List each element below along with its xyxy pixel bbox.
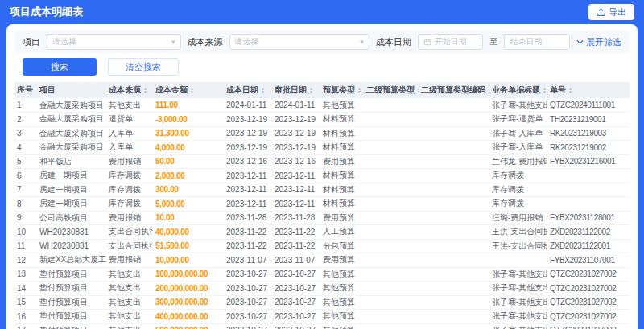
table-row[interactable]: 11WH20230831支出合同执行51,500.002023-11-22202… (14, 239, 630, 253)
sort-icon[interactable]: ▲▼ (309, 87, 313, 93)
table-row[interactable]: 17垫付预算项目其他支出500,000,000.002023-10-272023… (14, 323, 630, 329)
table-row[interactable]: 6房建一期项目库存调拨2,000.002023-12-112023-12-11材… (14, 169, 630, 183)
column-header[interactable]: 预算类型▲▼ (320, 82, 364, 98)
table-cell (364, 211, 419, 225)
table-cell: 2023-11-22 (224, 239, 272, 253)
column-header[interactable]: 成本金额▲▼ (153, 82, 224, 98)
column-header[interactable]: 成本日期▲▼ (224, 82, 272, 98)
table-cell: 300,000,000.00 (153, 295, 224, 310)
expand-filter-link[interactable]: 展开筛选 (576, 36, 621, 48)
table-cell: 张子骞-其他支出 (489, 310, 547, 324)
table-cell: 10,000.00 (153, 253, 224, 268)
table-cell: 2023-11-22 (224, 225, 272, 240)
table-cell: 和平饭店 (37, 154, 106, 169)
table-cell: 100,000,000.00 (153, 267, 224, 282)
table-cell: 张子骞-入库单 (489, 141, 547, 155)
table-row[interactable]: 4金融大厦采购项目入库单4,000.002023-12-192023-12-19… (14, 141, 630, 155)
table-cell (547, 197, 630, 212)
table-cell: 费用报销 (106, 154, 153, 169)
table-row[interactable]: 15垫付预算项目其他支出300,000,000.002023-10-272023… (14, 295, 630, 310)
table-cell (364, 98, 419, 113)
table-cell: 8 (14, 197, 37, 212)
sort-icon[interactable]: ▲▼ (261, 87, 265, 93)
table-cell: RK20231219002 (547, 141, 630, 155)
table-row[interactable]: 8房建一期项目库存调拨5,000.002023-12-112023-12-11材… (14, 197, 630, 212)
date-start-input[interactable]: 开始日期 (418, 34, 484, 50)
table-cell: QTZC20240111001 (547, 98, 630, 113)
filter-bar: 项目 请选择 ▾ 成本来源 请选择 ▾ 成本日期 开始日期 至 结束日期 展开筛… (14, 31, 630, 53)
table-cell (419, 197, 489, 212)
sort-icon[interactable]: ▲▼ (357, 87, 361, 93)
column-header[interactable]: 二级预算类型▲▼ (364, 82, 419, 98)
table-cell (364, 113, 419, 127)
column-header-label: 单号 (550, 85, 566, 94)
table-cell: 2023-10-27 (224, 310, 272, 324)
sort-icon[interactable]: ▲▼ (488, 87, 489, 93)
table-cell: 2023-12-16 (272, 154, 320, 169)
table-cell: 房建一期项目 (37, 183, 106, 197)
table-cell: 2023-12-16 (224, 154, 272, 169)
content-card: 项目 请选择 ▾ 成本来源 请选择 ▾ 成本日期 开始日期 至 结束日期 展开筛… (6, 24, 638, 329)
table-row[interactable]: 2金融大厦采购项目退货单-3,000.002023-12-192023-12-1… (14, 113, 630, 127)
project-select[interactable]: 请选择 ▾ (47, 34, 181, 50)
table-cell: 2023-12-11 (272, 197, 320, 212)
table-cell (419, 323, 489, 329)
table-header-row: 序号项目成本来源▲▼成本金额▲▼成本日期▲▼审批日期▲▼预算类型▲▼二级预算类型… (14, 82, 630, 98)
table-cell: 张子骞-入库单 (489, 126, 547, 141)
clear-search-button[interactable]: 清空搜索 (108, 58, 179, 76)
table-cell: 2023-10-27 (224, 267, 272, 282)
column-header[interactable]: 二级预算类型编码▲▼ (419, 82, 489, 98)
table-row[interactable]: 13垫付预算项目其他支出100,000,000.002023-10-272023… (14, 267, 630, 282)
page-title: 项目成本明细表 (10, 5, 83, 19)
column-header[interactable]: 单号▲▼ (547, 82, 630, 98)
table-cell: 退货单 (106, 113, 153, 127)
table-cell: 2023-10-27 (272, 282, 320, 296)
table-cell: 2023-12-19 (224, 126, 272, 141)
table-cell: 入库单 (106, 126, 153, 141)
column-header[interactable]: 成本来源▲▼ (106, 82, 153, 98)
table-cell: QTZC20231027002 (547, 323, 630, 329)
table-cell (419, 282, 489, 296)
table-cell: 其他预算 (320, 267, 364, 282)
table-cell: 金融大厦采购项目 (37, 113, 106, 127)
table-row[interactable]: 5和平饭店费用报销50.002023-12-162023-12-16费用预算兰伟… (14, 154, 630, 169)
column-header[interactable]: 业务单据标题▲▼ (489, 82, 547, 98)
table-cell (419, 169, 489, 183)
column-header-label: 二级预算类型 (366, 85, 415, 94)
table-cell: 12 (14, 253, 37, 268)
sort-icon[interactable]: ▲▼ (417, 87, 419, 93)
table-cell: 垫付预算项目 (37, 310, 106, 324)
table-cell: 2023-12-11 (272, 169, 320, 183)
table-row[interactable]: 16垫付预算项目其他支出400,000,000.002023-10-272023… (14, 310, 630, 324)
table-row[interactable]: 14垫付预算项目其他支出200,000,000.002023-10-272023… (14, 282, 630, 296)
table-cell: 2023-10-27 (272, 310, 320, 324)
column-header[interactable]: 审批日期▲▼ (272, 82, 320, 98)
date-end-input[interactable]: 结束日期 (504, 34, 570, 50)
sort-icon[interactable]: ▲▼ (568, 87, 572, 93)
table-cell: 4 (14, 141, 37, 155)
search-button[interactable]: 搜索 (23, 58, 97, 76)
column-header-label: 业务单据标题 (492, 85, 540, 94)
table-cell (419, 253, 489, 268)
table-row[interactable]: 12新建XX总部大厦工程二期费用报销10,000.002023-11-07202… (14, 253, 630, 268)
table-row[interactable]: 10WH20230831支出合同执行40,000.002023-11-22202… (14, 225, 630, 240)
table-row[interactable]: 1金融大厦采购项目其他支出111.002024-01-112024-01-11其… (14, 98, 630, 113)
table-cell (419, 98, 489, 113)
table-row[interactable]: 7房建一期项目库存调拨300.002023-12-112023-12-11材料预… (14, 183, 630, 197)
sort-icon[interactable]: ▲▼ (143, 87, 147, 93)
sort-icon[interactable]: ▲▼ (190, 87, 194, 93)
sort-icon[interactable]: ▲▼ (543, 87, 547, 93)
table-cell: -3,000.00 (153, 113, 224, 127)
table-cell: 2023-12-11 (224, 183, 272, 197)
table-row[interactable]: 3金融大厦采购项目入库单31,300.002023-12-192023-12-1… (14, 126, 630, 141)
table-cell: 300.00 (153, 183, 224, 197)
table-cell: 2023-10-27 (272, 323, 320, 329)
table-cell: 2023-11-07 (224, 253, 272, 268)
table-cell: 材料预算 (320, 197, 364, 212)
source-select[interactable]: 请选择 ▾ (229, 34, 369, 50)
export-button[interactable]: 导出 (588, 4, 634, 20)
table-cell: 材料预算 (320, 141, 364, 155)
table-row[interactable]: 9公司高铁项目费用报销10.002023-11-282023-11-28费用预算… (14, 211, 630, 225)
table-cell: 兰伟龙-费用报销 (489, 154, 547, 169)
table-cell (419, 310, 489, 324)
